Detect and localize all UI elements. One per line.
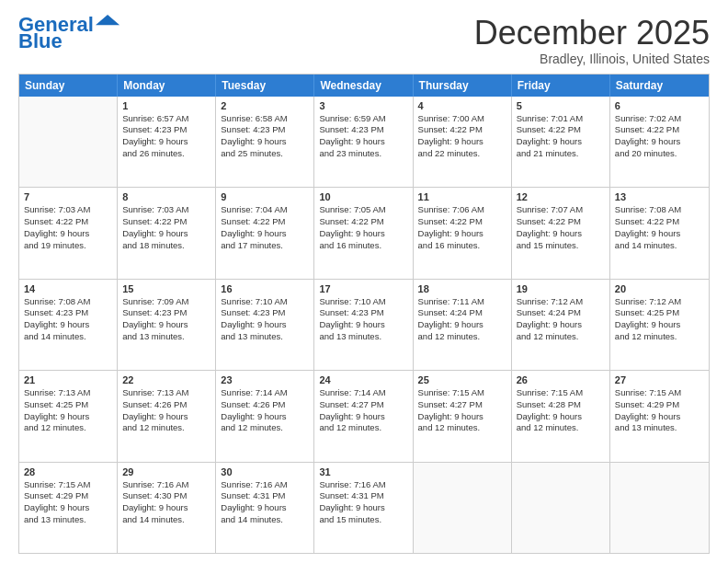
cell-info-line: Daylight: 9 hours — [221, 411, 309, 423]
cell-info-line: and 13 minutes. — [221, 331, 309, 343]
cell-info-line: Sunrise: 7:05 AM — [319, 204, 407, 216]
day-number: 29 — [122, 466, 210, 477]
cell-info-line: Daylight: 9 hours — [418, 228, 506, 240]
cell-info-line: Sunrise: 7:01 AM — [517, 113, 605, 125]
logo-text-blue: Blue — [18, 31, 63, 52]
cell-info-line: Daylight: 9 hours — [418, 319, 506, 331]
cell-info-line: Sunrise: 7:12 AM — [615, 296, 704, 308]
cell-info-line: Daylight: 9 hours — [221, 228, 309, 240]
calendar-cell: 5Sunrise: 7:01 AMSunset: 4:22 PMDaylight… — [512, 97, 610, 187]
day-number: 25 — [418, 374, 506, 385]
calendar: SundayMondayTuesdayWednesdayThursdayFrid… — [18, 74, 710, 554]
cell-info-line: and 22 minutes. — [418, 148, 506, 160]
cell-info-line: Sunrise: 7:03 AM — [122, 204, 210, 216]
day-number: 9 — [221, 191, 309, 202]
location: Bradley, Illinois, United States — [474, 52, 710, 66]
cell-info-line: Daylight: 9 hours — [517, 411, 605, 423]
calendar-cell: 16Sunrise: 7:10 AMSunset: 4:23 PMDayligh… — [216, 280, 314, 370]
calendar-cell: 13Sunrise: 7:08 AMSunset: 4:22 PMDayligh… — [610, 188, 709, 278]
calendar-row-4: 28Sunrise: 7:15 AMSunset: 4:29 PMDayligh… — [19, 463, 709, 553]
calendar-cell — [414, 463, 512, 553]
calendar-cell: 20Sunrise: 7:12 AMSunset: 4:25 PMDayligh… — [610, 280, 709, 370]
cell-info-line: and 12 minutes. — [418, 422, 506, 434]
cell-info-line: Daylight: 9 hours — [319, 319, 407, 331]
cell-info-line: Daylight: 9 hours — [615, 228, 704, 240]
cell-info-line: Sunset: 4:23 PM — [221, 307, 309, 319]
cell-info-line: and 26 minutes. — [122, 148, 210, 160]
day-number: 5 — [517, 100, 605, 111]
cell-info-line: Daylight: 9 hours — [221, 319, 309, 331]
header-day-friday: Friday — [512, 75, 610, 97]
header-day-monday: Monday — [118, 75, 216, 97]
cell-info-line: Sunrise: 7:12 AM — [517, 296, 605, 308]
calendar-cell: 7Sunrise: 7:03 AMSunset: 4:22 PMDaylight… — [19, 188, 118, 278]
cell-info-line: and 12 minutes. — [24, 422, 112, 434]
cell-info-line: and 21 minutes. — [517, 148, 605, 160]
cell-info-line: Sunset: 4:23 PM — [122, 124, 210, 136]
cell-info-line: Sunrise: 7:13 AM — [24, 387, 112, 399]
cell-info-line: Sunset: 4:22 PM — [517, 124, 605, 136]
day-number: 19 — [517, 283, 605, 294]
cell-info-line: and 12 minutes. — [418, 331, 506, 343]
cell-info-line: and 16 minutes. — [319, 240, 407, 252]
cell-info-line: and 19 minutes. — [24, 240, 112, 252]
calendar-cell: 28Sunrise: 7:15 AMSunset: 4:29 PMDayligh… — [19, 463, 118, 553]
calendar-cell: 29Sunrise: 7:16 AMSunset: 4:30 PMDayligh… — [118, 463, 216, 553]
calendar-cell: 19Sunrise: 7:12 AMSunset: 4:24 PMDayligh… — [512, 280, 610, 370]
day-number: 6 — [615, 100, 704, 111]
calendar-cell: 25Sunrise: 7:15 AMSunset: 4:27 PMDayligh… — [414, 371, 512, 461]
day-number: 17 — [319, 283, 407, 294]
cell-info-line: Daylight: 9 hours — [517, 319, 605, 331]
cell-info-line: Sunset: 4:27 PM — [418, 399, 506, 411]
month-title: December 2025 — [474, 15, 710, 52]
cell-info-line: Sunset: 4:24 PM — [517, 307, 605, 319]
cell-info-line: Sunset: 4:26 PM — [221, 399, 309, 411]
cell-info-line: Daylight: 9 hours — [517, 136, 605, 148]
cell-info-line: and 16 minutes. — [418, 240, 506, 252]
cell-info-line: and 12 minutes. — [517, 422, 605, 434]
calendar-cell: 4Sunrise: 7:00 AMSunset: 4:22 PMDaylight… — [414, 97, 512, 187]
cell-info-line: Sunrise: 7:14 AM — [319, 387, 407, 399]
calendar-cell: 26Sunrise: 7:15 AMSunset: 4:28 PMDayligh… — [512, 371, 610, 461]
cell-info-line: Sunset: 4:22 PM — [319, 216, 407, 228]
cell-info-line: and 23 minutes. — [319, 148, 407, 160]
cell-info-line: Sunset: 4:22 PM — [418, 216, 506, 228]
cell-info-line: Sunset: 4:31 PM — [221, 490, 309, 502]
svg-marker-0 — [96, 15, 119, 25]
cell-info-line: and 14 minutes. — [24, 331, 112, 343]
cell-info-line: Daylight: 9 hours — [615, 411, 704, 423]
cell-info-line: Sunset: 4:22 PM — [24, 216, 112, 228]
cell-info-line: Daylight: 9 hours — [319, 411, 407, 423]
logo-arrow-icon — [96, 15, 121, 28]
cell-info-line: Sunrise: 7:14 AM — [221, 387, 309, 399]
cell-info-line: Sunset: 4:25 PM — [24, 399, 112, 411]
cell-info-line: Sunset: 4:26 PM — [122, 399, 210, 411]
cell-info-line: Sunrise: 7:03 AM — [24, 204, 112, 216]
day-number: 22 — [122, 374, 210, 385]
cell-info-line: Sunset: 4:31 PM — [319, 490, 407, 502]
cell-info-line: and 14 minutes. — [615, 240, 704, 252]
cell-info-line: Sunset: 4:22 PM — [418, 124, 506, 136]
cell-info-line: Sunrise: 7:04 AM — [221, 204, 309, 216]
cell-info-line: Daylight: 9 hours — [24, 502, 112, 514]
cell-info-line: Sunrise: 7:06 AM — [418, 204, 506, 216]
cell-info-line: and 12 minutes. — [615, 331, 704, 343]
cell-info-line: Sunset: 4:23 PM — [24, 307, 112, 319]
cell-info-line: and 13 minutes. — [319, 331, 407, 343]
cell-info-line: Sunrise: 7:09 AM — [122, 296, 210, 308]
cell-info-line: and 25 minutes. — [221, 148, 309, 160]
cell-info-line: Daylight: 9 hours — [517, 228, 605, 240]
cell-info-line: Sunrise: 6:59 AM — [319, 113, 407, 125]
day-number: 15 — [122, 283, 210, 294]
cell-info-line: Daylight: 9 hours — [319, 136, 407, 148]
calendar-body: 1Sunrise: 6:57 AMSunset: 4:23 PMDaylight… — [19, 97, 709, 553]
cell-info-line: Sunrise: 7:15 AM — [418, 387, 506, 399]
calendar-row-3: 21Sunrise: 7:13 AMSunset: 4:25 PMDayligh… — [19, 371, 709, 462]
day-number: 1 — [122, 100, 210, 111]
calendar-cell: 3Sunrise: 6:59 AMSunset: 4:23 PMDaylight… — [314, 97, 413, 187]
cell-info-line: Daylight: 9 hours — [615, 136, 704, 148]
cell-info-line: Sunrise: 7:15 AM — [24, 479, 112, 491]
cell-info-line: Daylight: 9 hours — [319, 502, 407, 514]
calendar-cell — [19, 97, 118, 187]
calendar-cell: 11Sunrise: 7:06 AMSunset: 4:22 PMDayligh… — [414, 188, 512, 278]
